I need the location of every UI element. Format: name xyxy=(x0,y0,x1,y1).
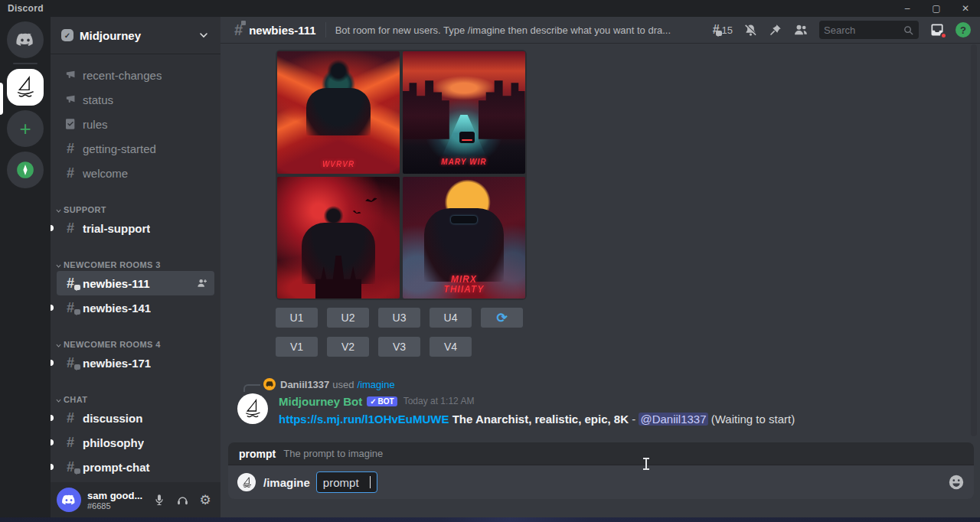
sidebar-item-newbies-111[interactable]: # newbies-111 xyxy=(57,271,214,295)
headphones-button[interactable] xyxy=(173,491,191,509)
variation-3-button[interactable]: V3 xyxy=(378,337,420,357)
sidebar-item-getting-started[interactable]: # getting-started xyxy=(57,136,214,161)
section-header-chat[interactable]: CHAT xyxy=(51,387,220,406)
channel-sidebar: ✓ Midjourney recent-changes status rules… xyxy=(51,17,220,517)
generated-image-2[interactable]: MARY WIR xyxy=(403,51,525,174)
channel-label: getting-started xyxy=(83,142,156,155)
message-timestamp: Today at 1:12 AM xyxy=(403,396,475,406)
compass-icon xyxy=(15,160,35,180)
member-list-icon[interactable] xyxy=(793,22,808,38)
variation-4-button[interactable]: V4 xyxy=(430,337,472,357)
sidebar-item-newbies-171[interactable]: # newbies-171 xyxy=(57,351,214,375)
username: sam good... xyxy=(87,490,150,501)
generated-image-3[interactable] xyxy=(277,177,400,299)
threads-button[interactable]: # 15 xyxy=(713,24,733,36)
close-button[interactable]: ✕ xyxy=(951,0,980,17)
upscale-button-row: U1 U2 U3 U4 ⟳ xyxy=(276,308,523,328)
reroll-button[interactable]: ⟳ xyxy=(481,308,523,328)
interaction-command[interactable]: /imagine xyxy=(358,379,395,390)
channel-topic[interactable]: Bot room for new users. Type /imagine th… xyxy=(335,24,671,36)
server-header[interactable]: ✓ Midjourney xyxy=(51,17,220,54)
prompt-image-link[interactable]: https://s.mj.run/l1OHvEuMUWE xyxy=(279,413,449,426)
add-server-button[interactable]: + xyxy=(7,110,44,147)
channel-label: welcome xyxy=(83,167,128,180)
poster-caption: MARY WIR xyxy=(403,158,525,166)
midjourney-bot-avatar xyxy=(237,473,256,491)
sidebar-item-welcome[interactable]: # welcome xyxy=(57,161,214,185)
midjourney-image-grid[interactable]: WVRVR MARY WIR MIRX xyxy=(276,50,527,300)
user-mention[interactable]: @Daniil1337 xyxy=(639,413,707,426)
channel-label: philosophy xyxy=(83,436,144,449)
sidebar-item-rules[interactable]: rules xyxy=(57,112,214,136)
avatar[interactable] xyxy=(237,393,268,424)
help-button[interactable]: ? xyxy=(956,22,971,38)
message-scroll-area[interactable]: WVRVR MARY WIR MIRX xyxy=(220,43,980,438)
slash-command-label: /imagine xyxy=(263,476,310,489)
variation-2-button[interactable]: V2 xyxy=(327,337,369,357)
mouse-cursor-ibeam xyxy=(642,458,650,470)
upscale-3-button[interactable]: U3 xyxy=(378,308,420,328)
maximize-button[interactable]: ▢ xyxy=(922,0,951,17)
message-author[interactable]: Midjourney Bot xyxy=(279,395,362,408)
message-input[interactable]: /imagine prompt xyxy=(228,465,974,499)
sidebar-item-prompt-chat[interactable]: # prompt-chat xyxy=(57,455,214,479)
unread-pill xyxy=(51,464,54,470)
hash-thread-icon: # xyxy=(63,459,78,475)
sidebar-item-discussion[interactable]: # discussion xyxy=(57,406,214,430)
hash-icon: # xyxy=(63,165,78,181)
interaction-context: Daniil1337 used /imagine xyxy=(243,377,395,391)
prompt-option-field[interactable]: prompt xyxy=(316,471,377,493)
discord-window: Discord – ▢ ✕ + xyxy=(0,0,980,522)
sidebar-item-trial-support[interactable]: # trial-support xyxy=(57,216,214,240)
upscale-2-button[interactable]: U2 xyxy=(327,308,369,328)
home-button[interactable] xyxy=(7,21,44,58)
figure-silhouette xyxy=(424,208,504,282)
section-header-newcomer-rooms-4[interactable]: NEWCOMER ROOMS 4 xyxy=(51,332,220,351)
section-header-newcomer-rooms-3[interactable]: NEWCOMER ROOMS 3 xyxy=(51,253,220,271)
upscale-1-button[interactable]: U1 xyxy=(276,308,318,328)
sidebar-item-newbies-141[interactable]: # newbies-141 xyxy=(57,295,214,320)
reply-spine xyxy=(243,384,260,392)
server-icon-midjourney[interactable] xyxy=(7,69,44,106)
channel-list: recent-changes status rules # getting-st… xyxy=(51,54,220,482)
sidebar-item-status[interactable]: status xyxy=(57,87,214,112)
section-label: NEWCOMER ROOMS 3 xyxy=(64,260,161,269)
selected-server-pill xyxy=(0,83,3,115)
section-label: NEWCOMER ROOMS 4 xyxy=(64,340,161,349)
minimize-button[interactable]: – xyxy=(893,0,922,17)
hash-thread-icon: # xyxy=(63,300,78,315)
text-caret xyxy=(370,476,371,488)
window-titlebar: Discord – ▢ ✕ xyxy=(0,0,980,17)
inbox-button[interactable] xyxy=(929,22,945,38)
unread-pill xyxy=(51,305,54,311)
scrollbar[interactable] xyxy=(971,44,977,436)
user-identity[interactable]: sam good... #6685 xyxy=(87,490,150,511)
gear-icon[interactable]: ⚙ xyxy=(196,491,214,509)
interaction-username[interactable]: Daniil1337 xyxy=(280,379,329,390)
invite-people-icon[interactable] xyxy=(196,277,208,289)
verified-badge-icon: ✓ xyxy=(61,29,74,41)
variation-button-row: V1 V2 V3 V4 xyxy=(276,337,472,357)
server-rail: + xyxy=(0,17,51,517)
pinned-messages-icon[interactable] xyxy=(769,23,782,37)
generated-image-1[interactable]: WVRVR xyxy=(277,51,400,174)
avatar[interactable] xyxy=(263,378,276,390)
section-header-support[interactable]: SUPPORT xyxy=(51,197,220,216)
avatar[interactable] xyxy=(57,488,81,512)
generated-image-4[interactable]: MIRX THIIATY xyxy=(403,177,525,299)
sidebar-item-philosophy[interactable]: # philosophy xyxy=(57,430,214,455)
explore-servers-button[interactable] xyxy=(7,152,44,188)
city-silhouette xyxy=(403,80,449,139)
dash-separator: - xyxy=(632,413,635,426)
slash-command-suggestion[interactable]: prompt The prompt to imagine xyxy=(228,442,974,465)
sidebar-item-recent-changes[interactable]: recent-changes xyxy=(57,63,214,87)
notifications-muted-icon[interactable] xyxy=(743,23,758,38)
search-icon xyxy=(903,24,914,36)
emoji-picker-button[interactable] xyxy=(948,474,965,491)
channel-label: newbies-141 xyxy=(83,302,151,315)
variation-1-button[interactable]: V1 xyxy=(276,337,318,357)
user-panel: sam good... #6685 ⚙ xyxy=(51,482,220,517)
mic-button[interactable] xyxy=(150,491,168,509)
upscale-4-button[interactable]: U4 xyxy=(430,308,472,328)
search-input[interactable]: Search xyxy=(819,21,919,39)
